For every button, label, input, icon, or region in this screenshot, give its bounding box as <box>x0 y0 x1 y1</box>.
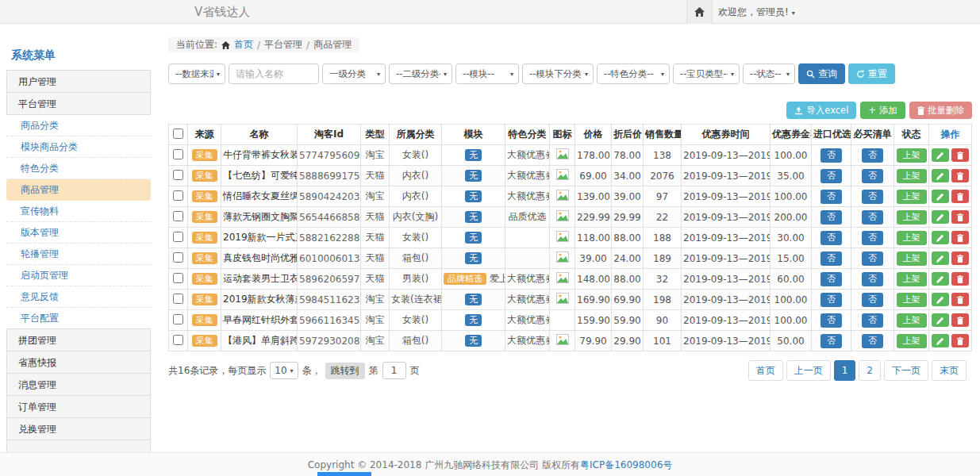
edit-button[interactable] <box>932 272 949 286</box>
row-checkbox[interactable] <box>173 232 183 242</box>
filter-select[interactable]: --模块--▾ <box>455 63 519 84</box>
status-toggle[interactable]: 上架 <box>897 251 927 266</box>
status-toggle[interactable]: 上架 <box>897 190 927 204</box>
sidebar-item[interactable]: 启动页管理 <box>6 265 151 286</box>
status-toggle[interactable]: 上架 <box>897 210 927 225</box>
select-all-checkbox[interactable] <box>173 129 183 139</box>
delete-button[interactable] <box>951 272 969 286</box>
delete-button[interactable] <box>951 210 969 224</box>
row-checkbox[interactable] <box>173 211 183 221</box>
sidebar-item[interactable]: 版本管理 <box>6 222 151 244</box>
status-toggle[interactable]: 上架 <box>897 272 927 286</box>
import-optional-toggle[interactable]: 否 <box>821 169 842 183</box>
must-buy-toggle[interactable]: 否 <box>862 231 883 245</box>
delete-button[interactable] <box>951 251 969 265</box>
filter-select[interactable]: 一级分类▾ <box>322 63 386 84</box>
user-menu[interactable]: 欢迎您，管理员!▾ <box>718 0 795 25</box>
filter-select[interactable]: --数据来源--▾ <box>168 63 225 84</box>
status-toggle[interactable]: 上架 <box>897 169 927 183</box>
delete-button[interactable] <box>951 190 969 203</box>
delete-button[interactable] <box>951 293 969 306</box>
delete-button[interactable] <box>951 313 969 327</box>
must-buy-toggle[interactable]: 否 <box>862 251 883 266</box>
sidebar-item[interactable]: 宣传物料 <box>6 201 151 222</box>
must-buy-toggle[interactable]: 否 <box>862 334 883 348</box>
row-checkbox[interactable] <box>173 252 183 263</box>
delete-button[interactable] <box>951 169 969 182</box>
import-optional-toggle[interactable]: 否 <box>821 148 842 163</box>
edit-button[interactable] <box>932 334 949 347</box>
icp-link[interactable]: 粤ICP备16098006号 <box>580 459 672 470</box>
pager-button[interactable]: 上一页 <box>786 360 831 381</box>
filter-select[interactable]: --状态--▾ <box>743 63 795 84</box>
import-optional-toggle[interactable]: 否 <box>821 231 842 245</box>
import-optional-toggle[interactable]: 否 <box>821 293 842 307</box>
pager-button[interactable]: 末页 <box>932 360 967 381</box>
sidebar-item[interactable]: 平台配置 <box>6 308 151 329</box>
must-buy-toggle[interactable]: 否 <box>862 148 883 163</box>
edit-button[interactable] <box>932 210 949 224</box>
query-button[interactable]: 查询 <box>798 63 845 84</box>
edit-button[interactable] <box>932 293 949 306</box>
delete-button[interactable] <box>951 148 969 162</box>
status-toggle[interactable]: 上架 <box>897 334 927 348</box>
import-optional-toggle[interactable]: 否 <box>821 313 842 328</box>
row-checkbox[interactable] <box>173 149 183 159</box>
sidebar-item[interactable]: 用户管理 <box>6 70 151 93</box>
row-checkbox[interactable] <box>173 335 183 345</box>
status-toggle[interactable]: 上架 <box>897 148 927 163</box>
sidebar-item[interactable]: 订单管理 <box>6 395 151 418</box>
jump-button[interactable]: 跳转到 <box>325 363 365 379</box>
filter-select[interactable]: --宝贝类型--▾ <box>673 63 740 84</box>
edit-button[interactable] <box>932 190 949 203</box>
sidebar-item[interactable]: 特色分类 <box>6 158 151 179</box>
edit-button[interactable] <box>932 251 949 265</box>
must-buy-toggle[interactable]: 否 <box>862 313 883 328</box>
per-page-select[interactable]: 10 ▾ <box>270 362 298 379</box>
pager-button[interactable]: 1 <box>834 360 856 381</box>
sidebar-item[interactable]: 省惠快报 <box>6 351 151 374</box>
status-toggle[interactable]: 上架 <box>897 231 927 245</box>
filter-select[interactable]: --二级分类--▾ <box>389 63 452 84</box>
filter-select[interactable]: --特色分类--▾ <box>597 63 670 84</box>
status-toggle[interactable]: 上架 <box>897 293 927 307</box>
must-buy-toggle[interactable]: 否 <box>862 190 883 204</box>
page-number-input[interactable] <box>382 362 406 379</box>
row-checkbox[interactable] <box>173 273 183 283</box>
must-buy-toggle[interactable]: 否 <box>862 169 883 183</box>
sidebar-item[interactable]: 兑换管理 <box>6 417 151 440</box>
must-buy-toggle[interactable]: 否 <box>862 272 883 286</box>
row-checkbox[interactable] <box>173 170 183 180</box>
row-checkbox[interactable] <box>173 294 183 304</box>
import-optional-toggle[interactable]: 否 <box>821 210 842 225</box>
row-checkbox[interactable] <box>173 190 183 201</box>
sidebar-item[interactable]: 商品管理 <box>6 179 151 201</box>
import-excel-button[interactable]: 导入excel <box>786 102 856 119</box>
pager-button[interactable]: 首页 <box>748 360 783 381</box>
edit-button[interactable] <box>932 313 949 327</box>
sidebar-item[interactable]: 拼团管理 <box>6 328 151 351</box>
delete-button[interactable] <box>951 231 969 244</box>
must-buy-toggle[interactable]: 否 <box>862 210 883 225</box>
import-optional-toggle[interactable]: 否 <box>821 272 842 286</box>
batch-delete-button[interactable]: 批量删除 <box>909 102 972 119</box>
reset-button[interactable]: 重置 <box>848 63 895 84</box>
pager-button[interactable]: 2 <box>859 360 881 381</box>
import-optional-toggle[interactable]: 否 <box>821 251 842 266</box>
must-buy-toggle[interactable]: 否 <box>862 293 883 307</box>
home-button[interactable] <box>686 0 713 24</box>
sidebar-item[interactable]: 消息管理 <box>6 373 151 396</box>
sidebar-item[interactable]: 平台管理 <box>6 92 151 115</box>
pager-button[interactable]: 下一页 <box>884 360 928 381</box>
edit-button[interactable] <box>932 169 949 182</box>
sidebar-item[interactable]: 轮播管理 <box>6 244 151 265</box>
sidebar-item[interactable]: 商品分类 <box>6 115 151 136</box>
edit-button[interactable] <box>932 148 949 162</box>
delete-button[interactable] <box>951 334 969 347</box>
sidebar-item[interactable]: 意见反馈 <box>6 286 151 308</box>
add-button[interactable]: + 添加 <box>860 102 905 119</box>
row-checkbox[interactable] <box>173 314 183 324</box>
name-search-input[interactable] <box>229 63 319 84</box>
edit-button[interactable] <box>932 231 949 244</box>
status-toggle[interactable]: 上架 <box>897 313 927 328</box>
